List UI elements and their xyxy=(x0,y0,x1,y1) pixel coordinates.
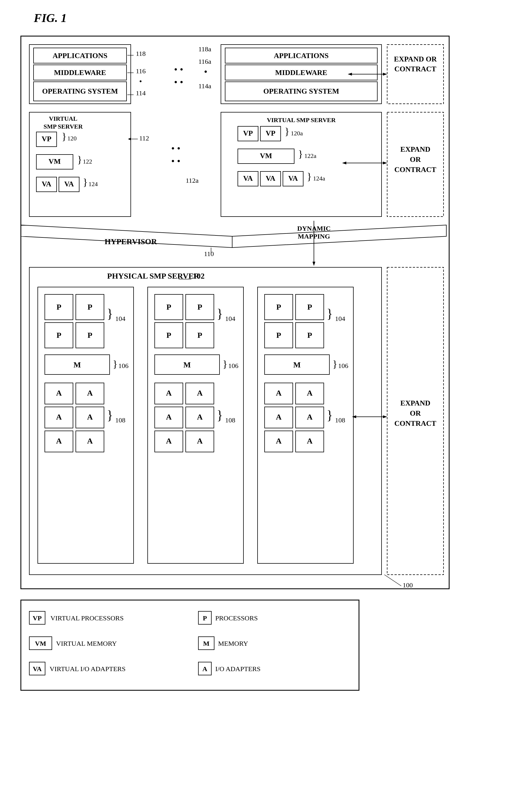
svg-text:}: } xyxy=(217,307,223,321)
svg-text:}: } xyxy=(62,131,66,142)
svg-text:CONTRACT: CONTRACT xyxy=(395,166,436,174)
svg-marker-32 xyxy=(383,73,387,76)
svg-text:•: • xyxy=(139,77,142,86)
svg-text:VA: VA xyxy=(243,174,253,182)
svg-text:104: 104 xyxy=(115,315,126,322)
svg-text:102: 102 xyxy=(193,272,205,280)
svg-text:P: P xyxy=(87,331,92,339)
svg-text:124a: 124a xyxy=(313,175,325,182)
svg-text:100: 100 xyxy=(403,581,413,589)
svg-text:}: } xyxy=(327,307,333,321)
svg-text:P: P xyxy=(166,331,171,339)
svg-text:P: P xyxy=(56,302,61,311)
svg-text:VM: VM xyxy=(35,640,46,647)
svg-text:A: A xyxy=(166,412,172,421)
svg-text:124: 124 xyxy=(89,181,98,187)
svg-text:A: A xyxy=(166,389,172,397)
svg-text:108: 108 xyxy=(335,416,345,424)
svg-text:EXPAND OR: EXPAND OR xyxy=(394,55,437,63)
svg-marker-83 xyxy=(342,162,346,164)
svg-text:HYPERVISOR: HYPERVISOR xyxy=(104,237,157,246)
svg-text:104: 104 xyxy=(335,315,345,322)
svg-text:106: 106 xyxy=(338,362,348,369)
svg-text:VM: VM xyxy=(49,157,61,166)
svg-text:VP: VP xyxy=(243,129,253,137)
svg-text:116a: 116a xyxy=(198,58,211,65)
svg-text:108: 108 xyxy=(115,416,126,424)
svg-line-191 xyxy=(384,575,401,586)
legend-vp-text: VIRTUAL PROCESSORS xyxy=(51,614,124,622)
svg-marker-189 xyxy=(383,415,387,418)
svg-text:P: P xyxy=(203,614,207,622)
svg-text:P: P xyxy=(87,302,92,311)
svg-text:VA: VA xyxy=(42,180,51,188)
legend-va-text: VIRTUAL I/O ADAPTERS xyxy=(50,665,126,672)
svg-rect-0 xyxy=(21,36,449,589)
svg-text:A: A xyxy=(87,437,93,445)
svg-rect-126 xyxy=(148,287,244,563)
svg-text:P: P xyxy=(197,331,202,339)
svg-text:OR: OR xyxy=(410,409,421,417)
svg-text:VIRTUAL: VIRTUAL xyxy=(49,115,77,122)
svg-text:A: A xyxy=(197,437,203,445)
svg-text:OPERATING SYSTEM: OPERATING SYSTEM xyxy=(264,87,339,95)
svg-text:}: } xyxy=(83,177,88,188)
svg-text:VP: VP xyxy=(42,135,52,143)
svg-text:}: } xyxy=(298,148,303,160)
page-container: FIG. 1 APPLICATIONS MIDDLEWARE OPERATING… xyxy=(17,11,515,693)
svg-text:P: P xyxy=(276,302,281,311)
svg-text:P: P xyxy=(276,331,281,339)
svg-text:M: M xyxy=(184,360,191,369)
svg-text:SMP SERVER: SMP SERVER xyxy=(43,123,83,130)
svg-rect-28 xyxy=(387,44,443,104)
svg-text:P: P xyxy=(166,302,171,311)
svg-text:118: 118 xyxy=(136,50,146,57)
svg-text:108: 108 xyxy=(225,416,235,424)
svg-text:104: 104 xyxy=(225,315,235,322)
svg-text:A: A xyxy=(276,412,282,421)
svg-text:•  •: • • xyxy=(171,143,180,154)
svg-text:APPLICATIONS: APPLICATIONS xyxy=(53,52,108,60)
svg-text:M: M xyxy=(203,640,210,647)
svg-text:A: A xyxy=(56,389,62,397)
svg-text:A: A xyxy=(307,412,313,421)
svg-text:120a: 120a xyxy=(291,130,303,137)
svg-text:}: } xyxy=(307,171,312,182)
svg-text:CONTRACT: CONTRACT xyxy=(395,419,436,427)
svg-text:MIDDLEWARE: MIDDLEWARE xyxy=(275,69,327,77)
svg-text:VP: VP xyxy=(266,129,276,137)
svg-text:P: P xyxy=(56,331,61,339)
svg-text:APPLICATIONS: APPLICATIONS xyxy=(274,52,329,60)
svg-text:}: } xyxy=(327,408,333,422)
svg-text:122: 122 xyxy=(83,158,92,165)
svg-text:A: A xyxy=(307,389,313,397)
svg-text:VA: VA xyxy=(266,174,275,182)
svg-text:A: A xyxy=(197,412,203,421)
svg-text:P: P xyxy=(307,302,312,311)
svg-rect-57 xyxy=(221,112,382,217)
svg-text:106: 106 xyxy=(228,362,239,369)
legend: VP VIRTUAL PROCESSORS P PROCESSORS VM VI… xyxy=(18,597,514,693)
svg-text:EXPAND: EXPAND xyxy=(400,145,430,153)
svg-text:VIRTUAL SMP SERVER: VIRTUAL SMP SERVER xyxy=(267,116,336,124)
svg-text:OR: OR xyxy=(410,155,421,164)
svg-text:•  •: • • xyxy=(174,64,183,75)
svg-text:VA: VA xyxy=(288,174,298,182)
svg-text:112: 112 xyxy=(139,134,149,142)
svg-text:CONTRACT: CONTRACT xyxy=(395,65,436,73)
svg-rect-77 xyxy=(387,112,443,217)
svg-text:A: A xyxy=(87,389,93,397)
svg-text:P: P xyxy=(307,331,312,339)
svg-text:•: • xyxy=(204,67,207,77)
svg-text:114: 114 xyxy=(136,89,146,97)
svg-text:}: } xyxy=(107,408,113,422)
svg-text:}: } xyxy=(217,408,223,422)
svg-marker-82 xyxy=(383,162,387,164)
svg-text:}: } xyxy=(107,307,113,321)
svg-text:A: A xyxy=(202,665,207,672)
svg-text:A: A xyxy=(56,412,62,421)
svg-marker-190 xyxy=(352,415,356,418)
svg-marker-53 xyxy=(128,137,131,141)
svg-text:114a: 114a xyxy=(198,82,211,90)
legend-m-text: MEMORY xyxy=(218,640,248,647)
